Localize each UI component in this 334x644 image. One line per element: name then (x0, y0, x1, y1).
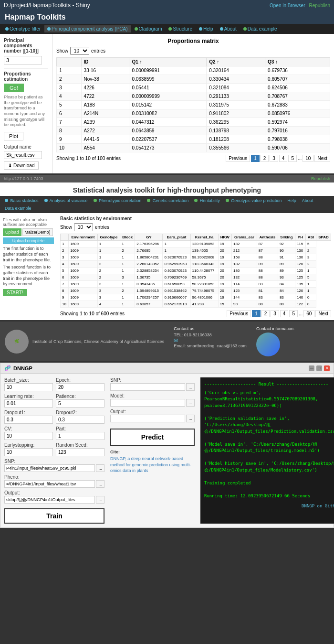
dnngp-titlebar: 🧬 DNNGP — □ ✕ (0, 363, 334, 374)
page-10[interactable]: 10 (303, 155, 313, 162)
show-entries1: Show 102550 entries (56, 47, 330, 55)
nav-anova[interactable]: Analysis of variance (42, 197, 90, 204)
col-q2[interactable]: Q2 ↑ (207, 58, 265, 66)
random-seed-input[interactable] (56, 448, 104, 456)
snp-file-input[interactable] (4, 464, 95, 472)
col-q1[interactable]: Q1 ↑ (129, 58, 207, 66)
entries-select1[interactable]: 102550 (70, 47, 89, 55)
stats-next-btn[interactable]: Next (315, 310, 331, 317)
nav-about1[interactable]: About (217, 25, 240, 32)
upload-tab1[interactable]: Upload (3, 228, 21, 236)
nav-pheno-corr[interactable]: Phenotypic correlation (91, 197, 144, 204)
stats-page-2[interactable]: 2 (261, 310, 270, 317)
table-row: 6A214N0.003100820.9118020.0850976 (57, 109, 330, 118)
pheno-file-input[interactable] (4, 480, 95, 488)
start-btn[interactable]: START! (3, 289, 27, 296)
nav-help2[interactable]: Help (285, 197, 299, 204)
snp-mid-row: SNP: ... (110, 377, 195, 391)
lr-input[interactable] (4, 399, 53, 408)
contact-avatar (256, 333, 280, 356)
minimize-btn[interactable]: — (309, 365, 314, 371)
republish-btn1[interactable]: Republish (309, 3, 330, 8)
nav-genotype-filter[interactable]: Genotype filter (2, 25, 43, 32)
go-button[interactable]: Go! (4, 84, 24, 92)
snp-browse-btn[interactable]: ... (96, 464, 104, 472)
table-row: 101609410.638570.65217391341.23815908080… (61, 301, 331, 308)
patience-input[interactable] (56, 399, 104, 408)
cite-link[interactable]: DNNGP, a deep neural network-based metho… (110, 456, 191, 473)
output-mid-row: Output: ... (110, 409, 195, 422)
model-browse-btn[interactable]: ... (186, 399, 195, 407)
republish-btn2[interactable]: Republish (311, 176, 330, 181)
next-btn1[interactable]: Next (314, 155, 330, 162)
pagination2: Showing 1 to 10 of 600 entries Previous … (60, 310, 331, 317)
output-mid-browse[interactable]: ... (186, 415, 195, 422)
upload-tab2[interactable]: Maize(Demo) (22, 228, 53, 236)
nav-data-example1[interactable]: Data example (240, 25, 280, 32)
stats-page-60[interactable]: 60 (303, 310, 314, 317)
table-row: 5A1880.0151420.3119750.672883 (57, 101, 330, 109)
cv-input[interactable] (4, 432, 53, 440)
output-mid-input[interactable] (110, 415, 185, 422)
nav-cladogram[interactable]: Cladogram (132, 25, 165, 32)
page-5[interactable]: 5 (288, 155, 297, 162)
table-row: 11609112.1763962961120.91090531918287921… (61, 241, 331, 247)
close-btn[interactable]: ✕ (324, 365, 330, 371)
model-file-row: ... (110, 399, 195, 407)
download-button[interactable]: ⬇ Download (4, 161, 39, 170)
stats-page-4[interactable]: 4 (280, 310, 289, 317)
col-q3[interactable]: Q3 ↑ (265, 58, 330, 66)
col-id[interactable]: ID (81, 58, 129, 66)
page-2[interactable]: 2 (261, 155, 269, 162)
prev-btn1[interactable]: Previous (226, 155, 250, 162)
model-input[interactable] (110, 399, 185, 407)
snp-mid-input[interactable] (110, 383, 185, 391)
epoch-input[interactable] (56, 383, 104, 391)
page-1[interactable]: 1 (251, 155, 260, 162)
nav-pca[interactable]: Principal component analysis (PCA) (44, 25, 131, 32)
entries-select2[interactable]: 1025 (74, 223, 93, 231)
open-browser-link[interactable]: Open in Browser (270, 3, 305, 8)
dropout1-input[interactable] (4, 416, 53, 424)
output-browse-btn[interactable]: ... (96, 496, 104, 504)
plot-button[interactable]: Plot (4, 132, 23, 140)
stats-main-area: Basic statistics by environment Show 102… (57, 213, 334, 320)
part-input[interactable] (56, 432, 104, 440)
stats-page-5[interactable]: 5 (289, 310, 298, 317)
page-4[interactable]: 4 (279, 155, 288, 162)
pc-input[interactable] (4, 56, 42, 64)
upload-btn[interactable]: Upload complete (3, 237, 54, 244)
snp-mid-browse[interactable]: ... (186, 383, 195, 391)
stats-subtitle: Basic statistics by environment (60, 216, 331, 221)
batch-size-input[interactable] (4, 383, 53, 391)
footer-section: 🌿 Institute of Crop Sciences, Chinese Ac… (0, 322, 334, 361)
pheno-browse-btn[interactable]: ... (96, 480, 104, 488)
nav-heritability[interactable]: Heritability (192, 197, 222, 204)
train-button[interactable]: Train (4, 508, 104, 524)
github-link[interactable]: DNNGP on Github (204, 503, 334, 510)
dropout2-input[interactable] (56, 416, 104, 424)
model-row: Model: ... (110, 393, 195, 407)
model-label: Model: (110, 393, 195, 398)
contact-email: Email: smartbreeding_caas@163.com (174, 343, 247, 348)
footer-col2: Contact us: TEL: 010-82106038 ✉ Email: s… (174, 326, 247, 356)
nav-help1[interactable]: Help (196, 25, 216, 32)
nav-basic-stats[interactable]: Basic statistics (2, 197, 41, 204)
nav-about2[interactable]: About (300, 197, 316, 204)
nav-structure[interactable]: Structure (166, 25, 195, 32)
page-3[interactable]: 3 (270, 155, 278, 162)
hapmap-section: D:/project/HapmapToolkits - Shiny Open i… (0, 0, 334, 173)
nav-data-example2[interactable]: Data example (2, 205, 34, 212)
show-entries2: Show 1025 entries (60, 223, 331, 231)
result-line (204, 473, 334, 480)
predict-button[interactable]: Predict (110, 429, 195, 446)
maximize-btn[interactable]: □ (316, 365, 322, 371)
stats-page-1[interactable]: 1 (252, 310, 261, 317)
nav-genotypic-val[interactable]: Genotypic value prediction (223, 197, 284, 204)
stats-prev-btn[interactable]: Previous (227, 310, 251, 317)
nav-genetic-corr[interactable]: Genetic correlation (145, 197, 191, 204)
earlystopping-input[interactable] (4, 448, 53, 456)
stats-page-3[interactable]: 3 (271, 310, 279, 317)
output-input1[interactable] (4, 151, 42, 159)
output-file-input[interactable] (4, 496, 95, 504)
